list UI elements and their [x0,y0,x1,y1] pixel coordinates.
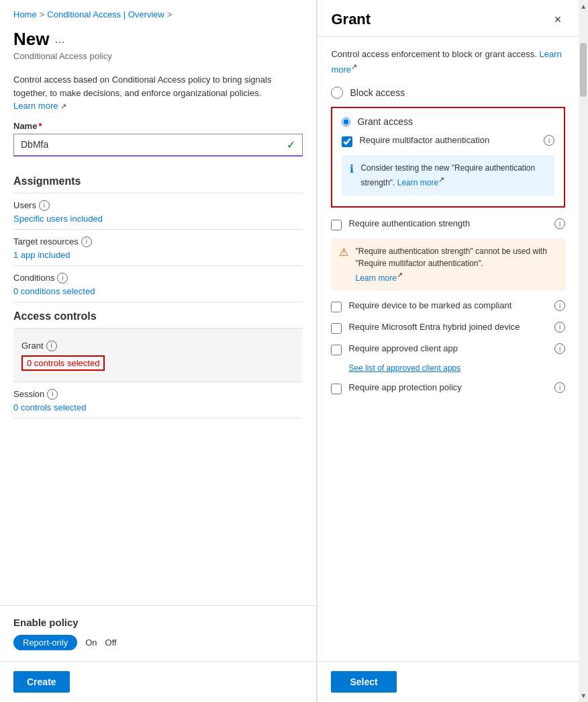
scroll-arrow-up[interactable]: ▲ [579,0,588,13]
grant-inner: Grant i 0 controls selected [13,335,303,376]
drawer-ext-link-icon: ↗ [351,61,357,73]
ext-link: ↗ [60,102,66,110]
conditions-value[interactable]: 0 conditions selected [13,286,303,296]
hybrid-joined-label: Require Microsoft Entra hybrid joined de… [348,322,565,333]
session-row: Session i 0 controls selected [13,382,303,419]
conditions-info-icon[interactable]: i [57,273,68,283]
device-compliant-info-icon[interactable]: i [554,300,565,311]
drawer-description: Control access enforcement to block or g… [331,48,565,76]
conditions-label: Conditions [13,273,54,283]
page-title-ellipsis: ... [54,32,64,46]
auth-strength-info-icon[interactable]: i [554,218,565,229]
warning-icon: ⚠ [339,246,348,259]
grant-row: Grant i 0 controls selected [13,328,303,382]
users-value[interactable]: Specific users included [13,214,303,224]
enable-policy-title: Enable policy [13,617,303,628]
mfa-checkbox-row: Require multifactor authentication i [342,135,554,147]
approved-client-info-icon[interactable]: i [554,343,565,354]
grant-controls-selected[interactable]: 0 controls selected [21,355,105,371]
block-access-label: Block access [350,87,405,98]
grant-info-icon[interactable]: i [46,341,57,351]
grant-label: Grant [21,341,44,351]
conditions-row: Conditions i 0 conditions selected [13,266,303,302]
block-access-radio[interactable] [331,87,343,99]
approved-client-apps-link[interactable]: See list of approved client apps [348,363,565,373]
session-label: Session [13,389,44,399]
approved-client-checkbox-row: Require approved client app i [331,343,565,355]
on-option[interactable]: On [85,638,97,648]
target-resources-info-icon[interactable]: i [81,236,92,247]
users-row: Users i Specific users included [13,193,303,230]
hybrid-joined-checkbox[interactable] [331,323,342,334]
mfa-info-box: ℹ Consider testing the new "Require auth… [342,155,554,195]
select-button[interactable]: Select [331,671,396,693]
scroll-arrow-down[interactable]: ▼ [579,689,588,702]
drawer-header: Grant × [317,0,579,37]
grant-access-label: Grant access [357,116,412,127]
app-protection-checkbox-row: Require app protection policy i [331,382,565,394]
device-compliant-checkbox-row: Require device to be marked as compliant… [331,300,565,312]
grant-access-radio[interactable] [342,118,350,126]
session-info-icon[interactable]: i [47,389,58,400]
learn-more-link[interactable]: Learn more [13,101,58,111]
users-info-icon[interactable]: i [39,200,50,211]
report-only-toggle[interactable]: Report-only [13,635,77,650]
mfa-label: Require multifactor authentication i [359,135,554,146]
target-resources-value[interactable]: 1 app included [13,250,303,260]
breadcrumb-sep2: > [167,9,173,19]
auth-strength-label: Require authentication strength i [348,218,565,229]
info-box-text: Consider testing the new "Require authen… [360,162,546,189]
toggle-group: Report-only On Off [13,635,303,650]
breadcrumb-conditional-access[interactable]: Conditional Access | Overview [47,9,164,19]
hybrid-joined-info-icon[interactable]: i [554,322,565,333]
target-resources-label: Target resources [13,236,79,247]
name-label: Name* [13,121,303,131]
info-circle-icon: ℹ [350,163,354,175]
page-title: New [13,29,49,50]
description-text: Control access based on Conditional Acce… [13,75,271,98]
approved-client-row-outer: Require approved client app i See list o… [331,343,565,373]
form-area: Name* ✓ Assignments Users i Specific use… [0,121,316,606]
breadcrumb-home[interactable]: Home [13,9,37,19]
device-compliant-checkbox[interactable] [331,302,342,312]
name-input[interactable] [21,139,287,150]
device-compliant-label: Require device to be marked as compliant… [348,300,565,311]
auth-strength-row-outer: Require authentication strength i ⚠ "Req… [331,218,565,291]
assignments-title: Assignments [13,167,303,193]
breadcrumb: Home > Conditional Access | Overview > [0,0,316,26]
app-protection-checkbox[interactable] [331,384,342,394]
left-panel: Home > Conditional Access | Overview > N… [0,0,317,702]
scroll-thumb[interactable] [580,43,587,97]
mfa-info-icon[interactable]: i [544,135,554,146]
off-option[interactable]: Off [105,638,117,648]
drawer-body: Control access enforcement to block or g… [317,37,579,661]
grant-access-box: Grant access Require multifactor authent… [331,107,565,208]
approved-client-checkbox[interactable] [331,345,342,355]
app-protection-info-icon[interactable]: i [554,382,565,393]
mfa-checkbox[interactable] [342,136,352,147]
approved-client-label: Require approved client app i [348,343,565,354]
warning-box: ⚠ "Require authentication strength" cann… [331,238,565,291]
grant-drawer: Grant × Control access enforcement to bl… [317,0,579,702]
name-input-wrapper[interactable]: ✓ [13,134,303,157]
check-icon: ✓ [287,138,295,151]
required-marker: * [38,121,42,131]
block-access-option[interactable]: Block access [331,87,565,99]
page-subtitle: Conditional Access policy [13,51,303,61]
access-controls-title: Access controls [13,302,303,328]
session-value[interactable]: 0 controls selected [13,402,303,412]
page-title-area: New ... Conditional Access policy [0,26,316,65]
scrollbar-track: ▲ ▼ [579,0,588,702]
info-box-learn-more[interactable]: Learn more [397,178,438,187]
breadcrumb-sep1: > [40,9,45,19]
auth-strength-checkbox[interactable] [331,220,342,230]
enable-policy-section: Enable policy Report-only On Off [0,605,316,661]
warning-box-learn-more[interactable]: Learn more [355,273,396,283]
hybrid-joined-checkbox-row: Require Microsoft Entra hybrid joined de… [331,322,565,334]
app-protection-label: Require app protection policy i [348,382,565,393]
close-button[interactable]: × [550,11,566,28]
drawer-title: Grant [331,11,371,28]
create-button[interactable]: Create [13,671,70,693]
auth-strength-checkbox-row: Require authentication strength i [331,218,565,230]
grant-access-radio-row: Grant access [342,116,554,127]
